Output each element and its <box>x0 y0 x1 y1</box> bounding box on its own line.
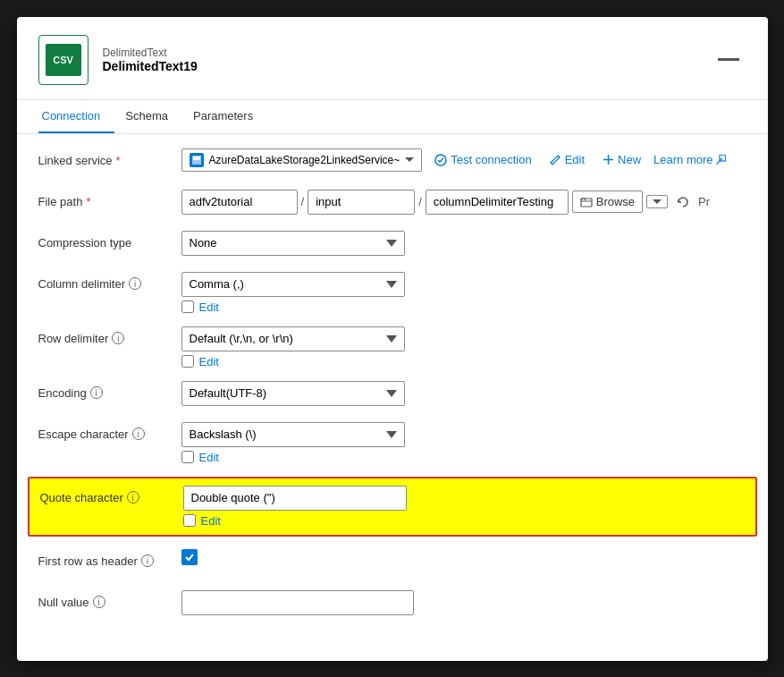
compression-type-row: Compression type None GZip Deflate BZip2 <box>38 231 746 259</box>
escape-character-edit-label[interactable]: Edit <box>199 451 219 464</box>
quote-character-edit-checkbox[interactable] <box>183 514 196 527</box>
tabs-bar: Connection Schema Parameters <box>17 100 768 134</box>
file-path-label: File path * <box>38 190 181 208</box>
quote-character-edit-row: Edit <box>183 514 745 528</box>
browse-chevron-icon <box>653 199 662 204</box>
quote-character-row: Quote character i Double quote (") Singl… <box>28 477 757 537</box>
compression-type-label: Compression type <box>38 231 181 250</box>
column-delimiter-info-icon[interactable]: i <box>129 277 141 290</box>
linked-service-dropdown[interactable]: AzureDataLakeStorage2LinkedService~ <box>181 148 423 172</box>
name-label: DelimitedText19 <box>103 59 198 73</box>
compression-type-control: None GZip Deflate BZip2 <box>181 231 746 256</box>
tab-schema[interactable]: Schema <box>122 100 182 133</box>
quote-character-wrapper: Double quote (") Single quote (') None <box>183 486 745 511</box>
null-value-control <box>181 590 746 615</box>
file-path-row: File path * / / Browse <box>38 190 746 218</box>
folder-icon <box>580 196 593 208</box>
file-path-required-star: * <box>86 195 90 208</box>
row-delimiter-edit-row: Edit <box>181 355 746 368</box>
first-row-header-checkbox[interactable] <box>181 549 198 565</box>
null-value-input[interactable] <box>181 590 414 615</box>
file-path-part2-input[interactable] <box>308 190 415 215</box>
browse-button[interactable]: Browse <box>572 190 643 213</box>
path-separator-2: / <box>418 195 422 208</box>
encoding-info-icon[interactable]: i <box>90 386 103 399</box>
linked-service-actions: AzureDataLakeStorage2LinkedService~ Test… <box>181 148 746 172</box>
edit-linked-service-button[interactable]: Edit <box>544 149 590 170</box>
compression-type-wrapper: None GZip Deflate BZip2 <box>181 231 746 256</box>
dropdown-chevron-icon <box>405 157 414 162</box>
required-star: * <box>116 154 121 167</box>
escape-character-select[interactable]: Backslash (\) Single quote (') None <box>181 422 405 447</box>
svg-rect-4 <box>581 199 592 207</box>
escape-character-info-icon[interactable]: i <box>132 427 145 440</box>
escape-character-wrapper: Backslash (\) Single quote (') None <box>181 422 746 447</box>
column-delimiter-select[interactable]: Comma (,) Semicolon (;) Tab <box>181 272 405 297</box>
storage-icon <box>190 153 204 167</box>
learn-more-label: Learn more <box>653 153 712 166</box>
learn-more-link[interactable]: Learn more <box>653 153 725 166</box>
column-delimiter-wrapper: Comma (,) Semicolon (;) Tab <box>181 272 746 297</box>
new-linked-service-button[interactable]: New <box>597 149 646 170</box>
quote-character-select[interactable]: Double quote (") Single quote (') None <box>183 486 407 511</box>
row-delimiter-wrapper: Default (\r,\n, or \r\n) Carriage Return… <box>181 326 746 351</box>
tab-parameters[interactable]: Parameters <box>190 100 267 133</box>
escape-character-label: Escape character i <box>38 422 181 441</box>
compression-type-select[interactable]: None GZip Deflate BZip2 <box>181 231 405 256</box>
first-row-header-label: First row as header i <box>38 549 181 568</box>
test-connection-icon <box>434 154 447 166</box>
escape-character-control: Backslash (\) Single quote (') None Edit <box>181 422 746 464</box>
pr-label: Pr <box>698 195 710 208</box>
column-delimiter-row: Column delimiter i Comma (,) Semicolon (… <box>38 272 746 314</box>
file-path-part1-input[interactable] <box>181 190 298 215</box>
linked-service-row: Linked service * AzureDataLakeStorage2Li… <box>38 148 746 177</box>
tab-connection[interactable]: Connection <box>38 100 115 133</box>
encoding-wrapper: Default(UTF-8) UTF-8 UTF-16 <box>181 381 746 406</box>
linked-service-label: Linked service * <box>38 148 181 167</box>
null-value-label: Null value i <box>38 590 181 609</box>
test-connection-button[interactable]: Test connection <box>429 149 536 170</box>
file-path-inputs: / / Browse Pr <box>181 190 746 215</box>
edit-pencil-icon <box>550 154 561 165</box>
escape-character-row: Escape character i Backslash (\) Single … <box>38 422 746 464</box>
main-window: CSV DelimitedText DelimitedText19 Connec… <box>17 17 768 661</box>
minimize-button[interactable] <box>718 58 739 61</box>
row-delimiter-info-icon[interactable]: i <box>112 332 124 344</box>
chevron-dropdown-button[interactable] <box>646 195 668 208</box>
header-text: DelimitedText DelimitedText19 <box>103 47 198 73</box>
escape-character-edit-checkbox[interactable] <box>181 451 194 463</box>
test-connection-label: Test connection <box>451 153 531 166</box>
file-path-part3-input[interactable] <box>426 190 569 215</box>
external-link-icon <box>716 155 726 165</box>
row-delimiter-row: Row delimiter i Default (\r,\n, or \r\n)… <box>38 326 746 368</box>
escape-character-edit-row: Edit <box>181 451 746 464</box>
row-delimiter-edit-label[interactable]: Edit <box>199 355 219 368</box>
column-delimiter-edit-label[interactable]: Edit <box>199 300 219 314</box>
first-row-header-info-icon[interactable]: i <box>141 554 154 567</box>
encoding-control: Default(UTF-8) UTF-8 UTF-16 <box>181 381 746 406</box>
encoding-row: Encoding i Default(UTF-8) UTF-8 UTF-16 <box>38 381 746 410</box>
first-row-header-control <box>181 549 746 565</box>
quote-character-label: Quote character i <box>40 486 183 504</box>
path-separator-1: / <box>301 195 305 208</box>
svg-rect-1 <box>193 157 200 160</box>
csv-icon-inner: CSV <box>46 44 81 76</box>
edit-label: Edit <box>565 153 585 166</box>
encoding-label: Encoding i <box>38 381 181 400</box>
file-path-control: / / Browse Pr <box>181 190 746 215</box>
row-delimiter-label: Row delimiter i <box>38 326 181 345</box>
refresh-icon <box>677 196 689 208</box>
browse-label: Browse <box>596 195 635 208</box>
encoding-select[interactable]: Default(UTF-8) UTF-8 UTF-16 <box>181 381 405 406</box>
checkmark-icon <box>184 552 195 563</box>
null-value-info-icon[interactable]: i <box>93 596 105 608</box>
linked-service-value: AzureDataLakeStorage2LinkedService~ <box>209 154 400 166</box>
csv-icon: CSV <box>38 35 89 85</box>
row-delimiter-select[interactable]: Default (\r,\n, or \r\n) Carriage Return… <box>181 326 405 351</box>
refresh-button[interactable] <box>671 192 695 212</box>
column-delimiter-edit-checkbox[interactable] <box>181 300 194 313</box>
quote-character-edit-label[interactable]: Edit <box>201 514 221 528</box>
quote-character-info-icon[interactable]: i <box>127 491 139 504</box>
row-delimiter-edit-checkbox[interactable] <box>181 355 194 368</box>
row-delimiter-control: Default (\r,\n, or \r\n) Carriage Return… <box>181 326 746 368</box>
